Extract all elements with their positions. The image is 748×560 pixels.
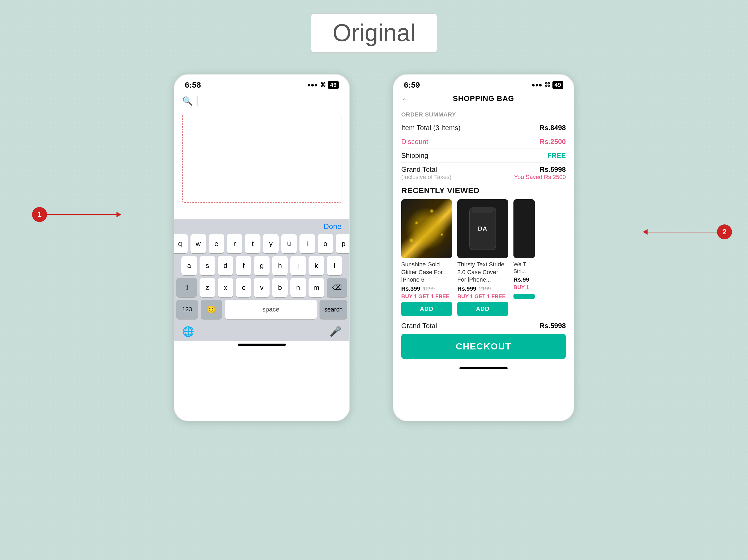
key-g[interactable]: g: [254, 256, 270, 275]
back-button[interactable]: ←: [401, 94, 410, 104]
product-old-price-2: 2199: [479, 286, 491, 292]
product-image-2: DA: [457, 199, 508, 258]
saved-amount: You Saved Rs.2500: [514, 174, 566, 181]
key-y[interactable]: y: [263, 234, 279, 253]
phones-container: 6:58 ●●● ⌘ 49 🔍 Done: [174, 74, 574, 421]
done-button[interactable]: Done: [324, 222, 342, 231]
product-card-1: Sunshine Gold Glitter Case For iPhone 6 …: [401, 199, 452, 316]
annotation-1: 1: [32, 207, 121, 222]
home-indicator-area: [174, 341, 349, 349]
annotation-2: 2: [643, 225, 732, 239]
key-c[interactable]: c: [236, 278, 251, 297]
product-price-2: Rs.999: [457, 285, 476, 292]
key-x[interactable]: x: [218, 278, 233, 297]
key-search[interactable]: search: [320, 300, 347, 319]
product-price-1: Rs.399: [401, 285, 420, 292]
key-j[interactable]: j: [290, 256, 306, 275]
key-s[interactable]: s: [200, 256, 215, 275]
phone1-frame: 6:58 ●●● ⌘ 49 🔍 Done: [174, 74, 350, 421]
key-e[interactable]: e: [209, 234, 224, 253]
product-prices-3: Rs.99: [513, 276, 535, 283]
checkout-button[interactable]: CHECKOUT: [401, 334, 566, 359]
key-u[interactable]: u: [281, 234, 297, 253]
bottom-grand-total-label: Grand Total: [401, 322, 437, 330]
key-b[interactable]: b: [272, 278, 288, 297]
key-q[interactable]: q: [174, 234, 188, 253]
key-space[interactable]: space: [225, 300, 317, 319]
phone-case-graphic: DA: [469, 207, 496, 250]
product-name-2: Thirsty Text Stride 2.0 Case Cover For i…: [457, 261, 508, 284]
keyboard-row-4: 123 🙂 space search: [176, 300, 347, 319]
key-w[interactable]: w: [190, 234, 206, 253]
annotation-badge-2: 2: [717, 225, 732, 239]
key-t[interactable]: t: [245, 234, 260, 253]
discount-label: Discount: [401, 138, 428, 146]
grand-total-row: Grand Total (Inclusive of Taxes) Rs.5998…: [401, 162, 566, 182]
shipping-value: FREE: [547, 151, 566, 160]
product-name-1: Sunshine Gold Glitter Case For iPhone 6: [401, 261, 452, 284]
arrow-line-2: [648, 232, 717, 232]
recently-viewed-title: RECENTLY VIEWED: [401, 186, 566, 195]
product-offer-3: BUY 1: [513, 284, 535, 290]
key-r[interactable]: r: [227, 234, 242, 253]
da-logo: DA: [478, 225, 488, 232]
item-total-label: Item Total (3 Items): [401, 124, 461, 132]
search-bar[interactable]: 🔍: [182, 94, 342, 109]
grand-total-value: Rs.5998: [540, 165, 566, 174]
arrow-head-1: [116, 212, 121, 217]
shopping-bag-header: ← SHOPPING BAG: [393, 92, 574, 108]
discount-value: Rs.2500: [540, 138, 566, 146]
keyboard-row-3: ⇧ z x c v b n m ⌫: [176, 278, 347, 297]
product-price-3: Rs.99: [513, 276, 529, 283]
shopping-bag-title: SHOPPING BAG: [453, 94, 514, 103]
key-d[interactable]: d: [218, 256, 233, 275]
key-m[interactable]: m: [308, 278, 324, 297]
product-old-price-1: 1299: [423, 286, 435, 292]
shipping-row: Shipping FREE: [401, 148, 566, 162]
keyboard: q w e r t y u i o p a s d f g h j k: [174, 234, 349, 324]
shipping-label: Shipping: [401, 151, 428, 160]
annotation-badge-1: 1: [32, 207, 47, 222]
key-h[interactable]: h: [272, 256, 288, 275]
battery-badge: 49: [328, 81, 339, 89]
key-l[interactable]: l: [327, 256, 342, 275]
keyboard-bottom-row: 🌐 🎤: [174, 324, 349, 341]
key-z[interactable]: z: [200, 278, 215, 297]
order-summary-label: ORDER SUMMARY: [401, 108, 566, 121]
product-name-3: We T Stri...: [513, 261, 535, 275]
bottom-grand-total-row: Grand Total Rs.5998: [393, 316, 574, 334]
key-f[interactable]: f: [236, 256, 251, 275]
key-backspace[interactable]: ⌫: [327, 278, 347, 297]
grand-total-label: Grand Total: [401, 165, 451, 174]
key-i[interactable]: i: [300, 234, 315, 253]
arrow-line-1: [47, 214, 116, 215]
order-summary-section: ORDER SUMMARY Item Total (3 Items) Rs.84…: [393, 108, 574, 182]
product-prices-2: Rs.999 2199: [457, 285, 508, 292]
checkout-btn-wrapper: CHECKOUT: [393, 334, 574, 365]
add-button-2[interactable]: ADD: [457, 302, 508, 316]
globe-icon[interactable]: 🌐: [182, 326, 194, 337]
mic-icon[interactable]: 🎤: [329, 326, 342, 337]
add-button-1[interactable]: ADD: [401, 302, 452, 316]
key-shift[interactable]: ⇧: [176, 278, 197, 297]
home-bar: [238, 344, 286, 346]
key-emoji[interactable]: 🙂: [201, 300, 222, 319]
phone2-time: 6:59: [404, 80, 420, 90]
key-v[interactable]: v: [254, 278, 270, 297]
recently-viewed-section: RECENTLY VIEWED Sunshine Gold Glitter Ca…: [393, 182, 574, 316]
grand-total-inclusive: (Inclusive of Taxes): [401, 174, 451, 181]
key-k[interactable]: k: [308, 256, 324, 275]
key-a[interactable]: a: [181, 256, 197, 275]
product-offer-2: BUY 1 GET 1 FREE: [457, 294, 508, 300]
search-cursor-bar: [196, 96, 197, 106]
key-123[interactable]: 123: [176, 300, 198, 319]
add-button-3[interactable]: [513, 294, 535, 299]
product-image-3: [513, 199, 535, 258]
key-n[interactable]: n: [290, 278, 306, 297]
item-total-value: Rs.8498: [540, 124, 566, 132]
key-p[interactable]: p: [336, 234, 350, 253]
keyboard-row-1: q w e r t y u i o p: [176, 234, 347, 253]
key-o[interactable]: o: [318, 234, 333, 253]
home-bar-2: [460, 367, 508, 369]
phone2-status-icons: ●●● ⌘ 49: [532, 81, 563, 89]
